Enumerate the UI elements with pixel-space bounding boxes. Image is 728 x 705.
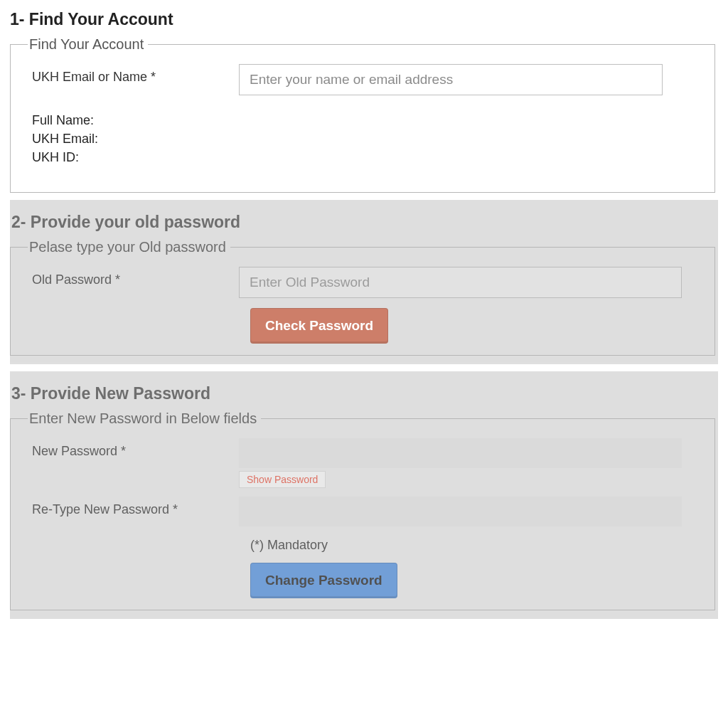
new-password-fieldset: Enter New Password in Below fields New P… <box>10 410 715 610</box>
old-password-row: Old Password * <box>22 263 703 302</box>
fullname-line: Full Name: <box>32 111 703 129</box>
ukh-email-label: UKH Email: <box>32 132 98 146</box>
email-name-label: UKH Email or Name * <box>22 64 239 85</box>
new-password-row: New Password * Show Password <box>22 434 703 492</box>
find-account-title: 1- Find Your Account <box>10 6 718 36</box>
old-password-title: 2- Provide your old password <box>10 200 718 239</box>
change-password-button[interactable]: Change Password <box>250 563 397 598</box>
find-account-section: 1- Find Your Account Find Your Account U… <box>10 6 718 193</box>
old-password-fieldset: Pelase type your Old password Old Passwo… <box>10 239 715 356</box>
retype-password-input[interactable] <box>239 497 682 526</box>
mandatory-note: (*) Mandatory <box>250 531 703 557</box>
account-info-block: Full Name: UKH Email: UKH ID: <box>22 100 703 172</box>
old-password-label: Old Password * <box>22 267 239 287</box>
retype-password-label: Re-Type New Password * <box>22 497 239 517</box>
old-password-input[interactable] <box>239 267 682 298</box>
fullname-label: Full Name: <box>32 113 94 127</box>
old-password-legend: Pelase type your Old password <box>28 239 230 255</box>
retype-password-row: Re-Type New Password * <box>22 492 703 531</box>
email-name-input[interactable] <box>239 64 663 95</box>
new-password-input[interactable] <box>239 438 682 468</box>
find-account-fieldset: Find Your Account UKH Email or Name * Fu… <box>10 36 715 193</box>
show-password-button[interactable]: Show Password <box>239 471 326 488</box>
email-name-row: UKH Email or Name * <box>22 60 703 100</box>
check-password-button[interactable]: Check Password <box>250 308 388 344</box>
new-password-title: 3- Provide New Password <box>10 371 718 410</box>
new-password-label: New Password * <box>22 438 239 459</box>
ukh-id-line: UKH ID: <box>32 148 703 166</box>
new-password-section: 3- Provide New Password Enter New Passwo… <box>10 371 718 619</box>
ukh-email-line: UKH Email: <box>32 129 703 148</box>
old-password-section: 2- Provide your old password Pelase type… <box>10 200 718 364</box>
find-account-legend: Find Your Account <box>28 36 148 53</box>
ukh-id-label: UKH ID: <box>32 150 79 164</box>
new-password-legend: Enter New Password in Below fields <box>28 410 261 427</box>
